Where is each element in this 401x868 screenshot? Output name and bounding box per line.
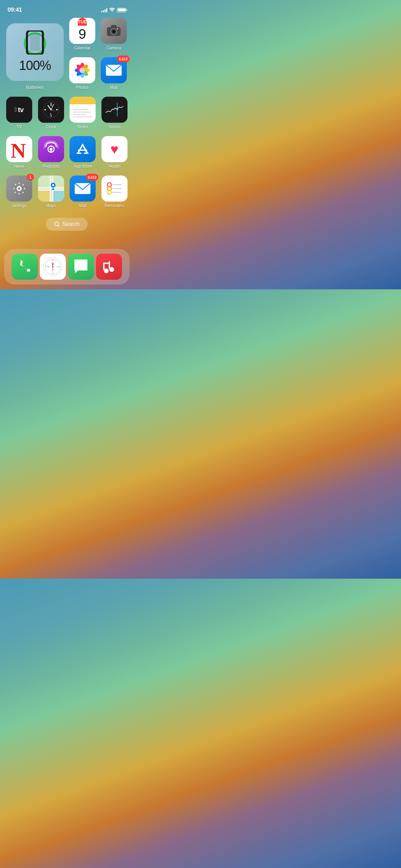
svg-line-68 bbox=[58, 225, 59, 227]
app-wrapper-settings[interactable]: 1 Settings bbox=[6, 176, 32, 208]
svg-point-83 bbox=[109, 267, 114, 272]
status-icons bbox=[101, 7, 126, 13]
svg-rect-56 bbox=[53, 191, 64, 201]
camera-label: Camera bbox=[107, 46, 121, 50]
svg-point-50 bbox=[18, 188, 21, 190]
podcasts-label: Podcasts bbox=[42, 164, 59, 169]
appstore-label: App Store bbox=[74, 164, 92, 169]
status-time: 09:41 bbox=[8, 7, 22, 13]
wifi-icon bbox=[109, 7, 115, 13]
app-wrapper-photos[interactable]: Photos bbox=[69, 57, 95, 90]
calendar-day: TUE bbox=[78, 18, 87, 26]
apps-grid:  tv TV bbox=[6, 97, 127, 208]
mail-top-label: Mail bbox=[110, 85, 118, 90]
app-wrapper-clock[interactable]: 12 6 9 3 Clock bbox=[38, 97, 64, 129]
notes-header bbox=[70, 97, 96, 104]
app-wrapper-calendar[interactable]: TUE 9 Calendar bbox=[69, 18, 95, 50]
tv-label: TV bbox=[16, 124, 22, 129]
batteries-widget-label: Batteries bbox=[26, 85, 44, 90]
photos-icon[interactable] bbox=[69, 57, 95, 83]
notes-lines bbox=[70, 108, 96, 120]
settings-badge: 1 bbox=[27, 174, 34, 181]
svg-rect-86 bbox=[103, 263, 110, 264]
camera-icon[interactable] bbox=[101, 18, 127, 44]
maps-app-icon[interactable] bbox=[38, 176, 64, 202]
widget-row: ⚡ 100% Batteries TUE 9 bbox=[6, 18, 127, 90]
app-wrapper-notes[interactable]: Notes bbox=[70, 97, 96, 129]
svg-rect-5 bbox=[30, 33, 40, 50]
calendar-icon[interactable]: TUE 9 bbox=[69, 18, 95, 44]
svg-point-81 bbox=[52, 266, 53, 267]
messages-app-icon[interactable] bbox=[68, 254, 94, 280]
mail2-badge: 6,613 bbox=[86, 174, 98, 181]
svg-text:N: N bbox=[11, 139, 26, 159]
app-wrapper-messages[interactable] bbox=[68, 254, 94, 280]
svg-rect-84 bbox=[109, 261, 110, 269]
app-wrapper-tv[interactable]:  tv TV bbox=[6, 97, 32, 129]
svg-point-59 bbox=[52, 184, 54, 186]
svg-rect-57 bbox=[38, 191, 50, 201]
music-app-icon[interactable] bbox=[96, 254, 122, 280]
dock: N S E W bbox=[4, 249, 130, 285]
right-widget-col2: Camera 6,613 Mail bbox=[101, 18, 127, 90]
app-wrapper-camera[interactable]: Camera bbox=[101, 18, 127, 50]
home-screen: ⚡ 100% Batteries TUE 9 bbox=[0, 15, 134, 231]
app-wrapper-phone[interactable] bbox=[12, 254, 38, 280]
tv-app-icon[interactable]:  tv bbox=[6, 97, 32, 123]
app-wrapper-mail2[interactable]: 6,613 Mail bbox=[70, 176, 96, 208]
svg-point-35 bbox=[50, 109, 52, 110]
safari-app-icon[interactable]: N S E W bbox=[40, 254, 66, 280]
svg-point-19 bbox=[113, 31, 115, 33]
app-wrapper-appstore[interactable]: App Store bbox=[70, 136, 96, 169]
phone-app-icon[interactable] bbox=[12, 254, 38, 280]
app-wrapper-health[interactable]: ♥ Health bbox=[101, 136, 127, 169]
batteries-widget-wrapper[interactable]: ⚡ 100% Batteries bbox=[6, 23, 64, 90]
app-wrapper-mail-top[interactable]: 6,613 Mail bbox=[101, 57, 127, 90]
app-wrapper-stocks[interactable]: Stocks bbox=[101, 97, 127, 129]
svg-point-82 bbox=[104, 268, 109, 273]
stocks-app-icon[interactable] bbox=[101, 97, 127, 123]
mail2-app-icon[interactable]: 6,613 bbox=[70, 176, 96, 202]
app-wrapper-podcasts[interactable]: Podcasts bbox=[38, 136, 64, 169]
app-wrapper-reminders[interactable]: Reminders bbox=[101, 176, 127, 208]
battery-circle: ⚡ bbox=[23, 32, 47, 56]
calendar-date: 9 bbox=[78, 26, 86, 44]
notes-app-icon[interactable] bbox=[70, 97, 96, 123]
news-app-icon[interactable]: N bbox=[6, 136, 32, 162]
settings-app-icon[interactable]: 1 bbox=[6, 176, 32, 202]
maps-label: Maps bbox=[46, 203, 56, 208]
clock-app-icon[interactable]: 12 6 9 3 bbox=[38, 97, 64, 123]
app-wrapper-news[interactable]: N News bbox=[6, 136, 32, 169]
svg-text:12: 12 bbox=[50, 104, 52, 106]
app-wrapper-maps[interactable]: Maps bbox=[38, 176, 64, 208]
mail-icon[interactable]: 6,613 bbox=[101, 57, 127, 83]
battery-icon bbox=[117, 8, 126, 12]
clock-label: Clock bbox=[46, 124, 56, 129]
svg-rect-55 bbox=[51, 176, 52, 202]
health-heart-icon: ♥ bbox=[110, 142, 119, 157]
app-wrapper-safari[interactable]: N S E W bbox=[40, 254, 66, 280]
mail-badge: 6,613 bbox=[117, 56, 130, 62]
health-app-icon[interactable]: ♥ bbox=[101, 136, 127, 162]
svg-point-44 bbox=[50, 148, 52, 150]
batteries-widget[interactable]: ⚡ 100% bbox=[6, 23, 64, 81]
status-bar: 09:41 bbox=[0, 0, 134, 15]
search-bar[interactable]: Search bbox=[46, 218, 88, 231]
app-wrapper-music[interactable] bbox=[96, 254, 122, 280]
svg-point-20 bbox=[117, 28, 118, 29]
signal-icon bbox=[101, 8, 107, 12]
svg-point-0 bbox=[112, 11, 113, 12]
battery-percent: 100% bbox=[19, 58, 51, 73]
health-label: Health bbox=[109, 164, 121, 169]
appstore-app-icon[interactable] bbox=[70, 136, 96, 162]
apps-row-3: N News Podcasts bbox=[6, 136, 127, 169]
reminders-app-icon[interactable] bbox=[101, 176, 127, 202]
search-container: Search bbox=[6, 218, 127, 231]
svg-point-40 bbox=[116, 108, 118, 110]
podcasts-app-icon[interactable] bbox=[38, 136, 64, 162]
photos-label: Photos bbox=[76, 85, 88, 90]
svg-text:W: W bbox=[47, 266, 49, 268]
stocks-label: Stocks bbox=[108, 124, 121, 129]
svg-point-14 bbox=[80, 68, 85, 73]
svg-rect-16 bbox=[111, 25, 117, 28]
